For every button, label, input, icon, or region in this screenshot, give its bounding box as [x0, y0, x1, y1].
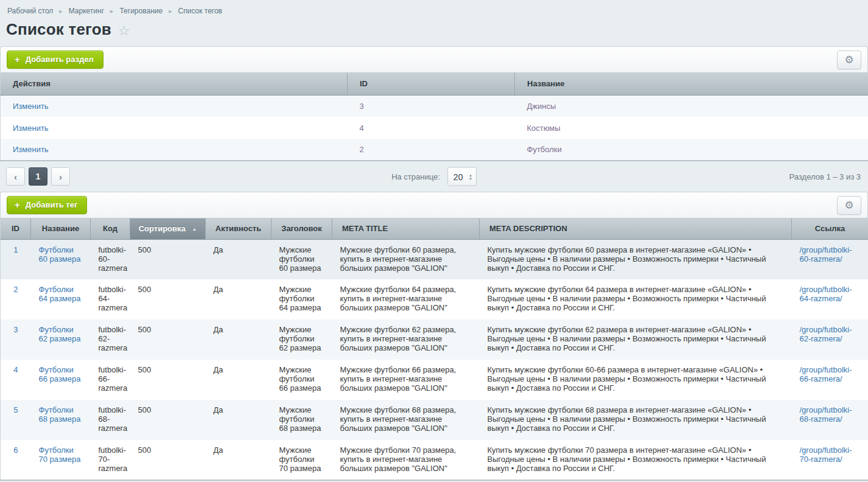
tag-code: futbolki-68-razmera [91, 400, 130, 440]
favorite-star-icon[interactable]: ☆ [118, 22, 130, 38]
breadcrumb-separator-icon: ▶ [110, 9, 113, 14]
tag-sort: 500 [130, 279, 206, 320]
tag-name-link[interactable]: Футболки 64 размера [39, 285, 81, 303]
tag-meta-description: Купить мужские футболки 64 размера в инт… [480, 279, 792, 320]
tag-id: 4 [1, 360, 31, 400]
tags-header-code[interactable]: Код [91, 218, 130, 239]
tags-header-name[interactable]: Название [31, 218, 91, 239]
tag-url-link[interactable]: /group/futbolki-64-razmera/ [800, 285, 852, 303]
section-edit-link[interactable]: Изменить [13, 124, 49, 133]
tag-header: Мужские футболки 68 размера [271, 400, 332, 440]
tag-url-link[interactable]: /group/futbolki-60-razmera/ [800, 245, 852, 264]
tag-meta-title: Мужские футболки 64 размера, купить в ин… [332, 279, 480, 320]
breadcrumb-item-marketing[interactable]: Маркетинг [69, 7, 104, 15]
sections-header-id[interactable]: ID [348, 73, 515, 95]
tag-active: Да [206, 360, 271, 400]
tag-sort: 500 [130, 239, 206, 279]
breadcrumb-item-tag-list[interactable]: Список тегов [178, 7, 222, 15]
table-row: Изменить 3 Джинсы [1, 95, 868, 117]
tag-header: Мужские футболки 64 размера [271, 279, 332, 320]
tags-header-meta-description[interactable]: META DESCRIPTION [480, 218, 792, 239]
tag-id: 2 [1, 279, 31, 320]
tag-url-link[interactable]: /group/futbolki-66-razmera/ [800, 365, 852, 383]
tag-sort: 500 [130, 400, 206, 440]
title-row: Список тегов ☆ [0, 18, 868, 46]
sections-header-actions[interactable]: Действия [1, 73, 348, 95]
table-row: 4 Футболки 66 размера futbolki-66-razmer… [1, 360, 868, 400]
tag-active: Да [206, 440, 271, 480]
pagination-next-button[interactable]: › [51, 167, 70, 186]
tag-name-link[interactable]: Футболки 66 размера [39, 365, 81, 383]
tags-toolbar: + Добавить тег ⚙ [0, 192, 868, 218]
tag-active: Да [206, 320, 271, 360]
tags-header-meta-title[interactable]: META TITLE [332, 218, 480, 239]
section-id: 4 [348, 117, 515, 139]
add-tag-button[interactable]: + Добавить тег [7, 196, 87, 214]
per-page-select[interactable]: 20 ▴ ▾ [447, 167, 477, 186]
tag-name-link[interactable]: Футболки 62 размера [39, 325, 81, 343]
sections-table-header-row: Действия ID Название [1, 73, 868, 95]
tag-url-link[interactable]: /group/futbolki-62-razmera/ [800, 325, 852, 343]
chevron-left-icon: ‹ [14, 172, 17, 182]
tag-url-link[interactable]: /group/futbolki-68-razmera/ [800, 405, 852, 424]
stepper-arrows-icon: ▴ ▾ [469, 173, 472, 180]
tag-code: futbolki-64-razmera [91, 279, 130, 320]
page-title: Список тегов [6, 20, 111, 39]
table-row: 6 Футболки 70 размера futbolki-70-razmer… [1, 440, 868, 480]
tag-id: 3 [1, 320, 31, 360]
tag-sort: 500 [130, 320, 206, 360]
plus-icon: + [15, 200, 20, 210]
tags-header-sort[interactable]: Сортировка ▲ [130, 218, 206, 239]
tags-header-active[interactable]: Активность [206, 218, 271, 239]
section-id: 2 [348, 139, 515, 161]
sections-settings-gear-button[interactable]: ⚙ [837, 51, 861, 69]
table-row: Изменить 2 Футболки [1, 139, 868, 161]
tag-active: Да [206, 279, 271, 320]
tag-meta-title: Мужские футболки 62 размера, купить в ин… [332, 320, 480, 360]
tag-url-link[interactable]: /group/futbolki-70-razmera/ [800, 445, 852, 464]
tag-meta-description: Купить мужские футболки 68 размера в инт… [480, 400, 792, 440]
breadcrumb-separator-icon: ▶ [169, 9, 172, 14]
tag-meta-description: Купить мужские футболки 62 размера в инт… [480, 320, 792, 360]
tag-meta-title: Мужские футболки 60 размера, купить в ин… [332, 239, 480, 279]
tags-header-link[interactable]: Ссылка [792, 218, 868, 239]
breadcrumb-item-tagging[interactable]: Тегирование [119, 7, 163, 15]
tags-settings-gear-button[interactable]: ⚙ [837, 196, 861, 215]
tag-active: Да [206, 239, 271, 279]
breadcrumb-item-desktop[interactable]: Рабочий стол [7, 7, 53, 15]
per-page-value: 20 [453, 172, 463, 181]
tag-meta-description: Купить мужские футболки 60 размера в инт… [480, 239, 792, 279]
pagination-prev-button[interactable]: ‹ [6, 167, 25, 186]
tag-active: Да [206, 400, 271, 440]
stepper-down-icon: ▾ [469, 176, 472, 180]
tag-header: Мужские футболки 62 размера [271, 320, 332, 360]
breadcrumb-separator-icon: ▶ [59, 9, 62, 14]
tag-header: Мужские футболки 70 размера [271, 440, 332, 480]
tag-meta-description: Купить мужские футболки 70 размера в инт… [480, 440, 792, 480]
tag-code: futbolki-60-razmera [91, 239, 130, 279]
pagination-page-1-button[interactable]: 1 [29, 167, 47, 186]
tag-name-link[interactable]: Футболки 70 размера [39, 445, 81, 464]
tag-id: 5 [1, 400, 31, 440]
tag-meta-description: Купить мужские футболки 60-66 размера в … [480, 360, 792, 400]
section-name: Джинсы [515, 95, 868, 117]
sections-panel: + Добавить раздел ⚙ Действия ID Название… [0, 46, 868, 192]
table-row: Изменить 4 Костюмы [1, 117, 868, 139]
tag-code: futbolki-62-razmera [91, 320, 130, 360]
section-name: Футболки [515, 139, 868, 161]
chevron-right-icon: › [59, 172, 62, 182]
table-row: 5 Футболки 68 размера futbolki-68-razmer… [1, 400, 868, 440]
tag-name-link[interactable]: Футболки 68 размера [39, 405, 81, 424]
tag-name-link[interactable]: Футболки 60 размера [39, 245, 81, 264]
tag-meta-title: Мужские футболки 68 размера, купить в ин… [332, 400, 480, 440]
add-section-button[interactable]: + Добавить раздел [7, 51, 103, 69]
tags-header-title[interactable]: Заголовок [271, 218, 332, 239]
tag-code: futbolki-66-razmera [91, 360, 130, 400]
tags-header-id[interactable]: ID [1, 218, 31, 239]
sections-count-summary: Разделов 1 – 3 из 3 [789, 172, 861, 181]
sections-header-name[interactable]: Название [515, 73, 868, 95]
section-edit-link[interactable]: Изменить [13, 102, 49, 111]
tags-table: ID Название Код Сортировка ▲ Активность … [0, 218, 868, 481]
section-edit-link[interactable]: Изменить [13, 145, 49, 154]
tag-sort: 500 [130, 360, 206, 400]
